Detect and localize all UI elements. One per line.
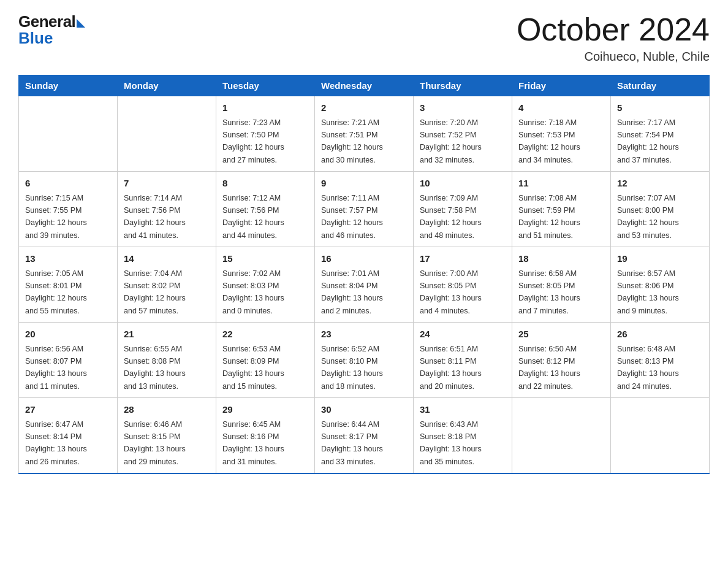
day-cell: 11Sunrise: 7:08 AM Sunset: 7:59 PM Dayli… — [512, 172, 611, 247]
day-info: Sunrise: 7:01 AM Sunset: 8:04 PM Dayligh… — [321, 269, 383, 315]
day-cell: 18Sunrise: 6:58 AM Sunset: 8:05 PM Dayli… — [512, 247, 611, 323]
day-number: 22 — [222, 327, 308, 342]
calendar-header: SundayMondayTuesdayWednesdayThursdayFrid… — [19, 75, 710, 96]
header-cell-wednesday: Wednesday — [315, 75, 414, 96]
day-info: Sunrise: 7:11 AM Sunset: 7:57 PM Dayligh… — [321, 194, 383, 240]
month-title: October 2024 — [517, 12, 710, 47]
logo: General Blue — [18, 12, 85, 48]
day-info: Sunrise: 6:45 AM Sunset: 8:16 PM Dayligh… — [222, 420, 284, 466]
day-cell: 8Sunrise: 7:12 AM Sunset: 7:56 PM Daylig… — [216, 172, 315, 247]
day-number: 7 — [124, 177, 210, 191]
title-block: October 2024 Coihueco, Nuble, Chile — [517, 12, 710, 64]
header-cell-tuesday: Tuesday — [216, 75, 315, 96]
day-info: Sunrise: 6:58 AM Sunset: 8:05 PM Dayligh… — [518, 269, 580, 315]
day-cell: 5Sunrise: 7:17 AM Sunset: 7:54 PM Daylig… — [611, 96, 710, 172]
day-info: Sunrise: 7:14 AM Sunset: 7:56 PM Dayligh… — [124, 194, 186, 240]
day-number: 1 — [222, 101, 308, 115]
day-info: Sunrise: 7:23 AM Sunset: 7:50 PM Dayligh… — [222, 118, 284, 164]
day-number: 17 — [420, 252, 506, 266]
day-info: Sunrise: 7:05 AM Sunset: 8:01 PM Dayligh… — [25, 269, 87, 315]
day-cell: 30Sunrise: 6:44 AM Sunset: 8:17 PM Dayli… — [315, 398, 414, 474]
day-info: Sunrise: 7:04 AM Sunset: 8:02 PM Dayligh… — [124, 269, 186, 315]
day-number: 4 — [518, 101, 604, 115]
day-cell: 31Sunrise: 6:43 AM Sunset: 8:18 PM Dayli… — [414, 398, 512, 474]
day-number: 19 — [617, 252, 703, 266]
day-cell: 13Sunrise: 7:05 AM Sunset: 8:01 PM Dayli… — [19, 247, 118, 323]
day-info: Sunrise: 7:17 AM Sunset: 7:54 PM Dayligh… — [617, 118, 679, 164]
day-number: 25 — [518, 327, 604, 342]
header-cell-thursday: Thursday — [414, 75, 512, 96]
day-number: 31 — [420, 403, 506, 417]
header-row: SundayMondayTuesdayWednesdayThursdayFrid… — [19, 75, 710, 96]
day-number: 16 — [321, 252, 407, 266]
day-cell: 1Sunrise: 7:23 AM Sunset: 7:50 PM Daylig… — [216, 96, 315, 172]
day-cell: 19Sunrise: 6:57 AM Sunset: 8:06 PM Dayli… — [611, 247, 710, 323]
day-cell: 2Sunrise: 7:21 AM Sunset: 7:51 PM Daylig… — [315, 96, 414, 172]
day-info: Sunrise: 6:52 AM Sunset: 8:10 PM Dayligh… — [321, 345, 383, 391]
day-number: 5 — [617, 101, 703, 115]
day-info: Sunrise: 7:12 AM Sunset: 7:56 PM Dayligh… — [222, 194, 284, 240]
day-cell: 22Sunrise: 6:53 AM Sunset: 8:09 PM Dayli… — [216, 323, 315, 398]
day-cell: 12Sunrise: 7:07 AM Sunset: 8:00 PM Dayli… — [611, 172, 710, 247]
day-number: 8 — [222, 177, 308, 191]
day-cell: 27Sunrise: 6:47 AM Sunset: 8:14 PM Dayli… — [19, 398, 118, 474]
day-cell: 21Sunrise: 6:55 AM Sunset: 8:08 PM Dayli… — [118, 323, 216, 398]
day-number: 6 — [25, 177, 111, 191]
day-info: Sunrise: 6:47 AM Sunset: 8:14 PM Dayligh… — [25, 420, 87, 466]
day-info: Sunrise: 6:48 AM Sunset: 8:13 PM Dayligh… — [617, 345, 679, 391]
day-info: Sunrise: 7:21 AM Sunset: 7:51 PM Dayligh… — [321, 118, 383, 164]
day-cell: 3Sunrise: 7:20 AM Sunset: 7:52 PM Daylig… — [414, 96, 512, 172]
day-cell — [611, 398, 710, 474]
day-cell — [512, 398, 611, 474]
day-cell: 23Sunrise: 6:52 AM Sunset: 8:10 PM Dayli… — [315, 323, 414, 398]
day-info: Sunrise: 6:53 AM Sunset: 8:09 PM Dayligh… — [222, 345, 284, 391]
day-cell: 17Sunrise: 7:00 AM Sunset: 8:05 PM Dayli… — [414, 247, 512, 323]
day-number: 30 — [321, 403, 407, 417]
day-info: Sunrise: 7:20 AM Sunset: 7:52 PM Dayligh… — [420, 118, 482, 164]
day-cell — [118, 96, 216, 172]
header-cell-friday: Friday — [512, 75, 611, 96]
day-info: Sunrise: 7:18 AM Sunset: 7:53 PM Dayligh… — [518, 118, 580, 164]
day-cell: 26Sunrise: 6:48 AM Sunset: 8:13 PM Dayli… — [611, 323, 710, 398]
week-row-5: 27Sunrise: 6:47 AM Sunset: 8:14 PM Dayli… — [19, 398, 710, 474]
day-cell: 14Sunrise: 7:04 AM Sunset: 8:02 PM Dayli… — [118, 247, 216, 323]
day-info: Sunrise: 6:57 AM Sunset: 8:06 PM Dayligh… — [617, 269, 679, 315]
day-number: 24 — [420, 327, 506, 342]
day-cell — [19, 96, 118, 172]
day-number: 29 — [222, 403, 308, 417]
day-info: Sunrise: 6:55 AM Sunset: 8:08 PM Dayligh… — [124, 345, 186, 391]
day-cell: 9Sunrise: 7:11 AM Sunset: 7:57 PM Daylig… — [315, 172, 414, 247]
day-info: Sunrise: 6:43 AM Sunset: 8:18 PM Dayligh… — [420, 420, 482, 466]
day-info: Sunrise: 6:51 AM Sunset: 8:11 PM Dayligh… — [420, 345, 482, 391]
day-cell: 24Sunrise: 6:51 AM Sunset: 8:11 PM Dayli… — [414, 323, 512, 398]
week-row-3: 13Sunrise: 7:05 AM Sunset: 8:01 PM Dayli… — [19, 247, 710, 323]
day-info: Sunrise: 7:09 AM Sunset: 7:58 PM Dayligh… — [420, 194, 482, 240]
logo-triangle-icon — [77, 19, 85, 28]
day-info: Sunrise: 7:07 AM Sunset: 8:00 PM Dayligh… — [617, 194, 679, 240]
day-cell: 29Sunrise: 6:45 AM Sunset: 8:16 PM Dayli… — [216, 398, 315, 474]
day-info: Sunrise: 6:44 AM Sunset: 8:17 PM Dayligh… — [321, 420, 383, 466]
location-subtitle: Coihueco, Nuble, Chile — [517, 50, 710, 64]
day-number: 3 — [420, 101, 506, 115]
day-cell: 28Sunrise: 6:46 AM Sunset: 8:15 PM Dayli… — [118, 398, 216, 474]
header-cell-sunday: Sunday — [19, 75, 118, 96]
day-cell: 20Sunrise: 6:56 AM Sunset: 8:07 PM Dayli… — [19, 323, 118, 398]
day-number: 21 — [124, 327, 210, 342]
day-cell: 4Sunrise: 7:18 AM Sunset: 7:53 PM Daylig… — [512, 96, 611, 172]
day-cell: 16Sunrise: 7:01 AM Sunset: 8:04 PM Dayli… — [315, 247, 414, 323]
day-cell: 25Sunrise: 6:50 AM Sunset: 8:12 PM Dayli… — [512, 323, 611, 398]
week-row-4: 20Sunrise: 6:56 AM Sunset: 8:07 PM Dayli… — [19, 323, 710, 398]
day-number: 14 — [124, 252, 210, 266]
day-info: Sunrise: 7:00 AM Sunset: 8:05 PM Dayligh… — [420, 269, 482, 315]
day-number: 9 — [321, 177, 407, 191]
day-number: 20 — [25, 327, 111, 342]
day-cell: 6Sunrise: 7:15 AM Sunset: 7:55 PM Daylig… — [19, 172, 118, 247]
day-number: 10 — [420, 177, 506, 191]
day-number: 11 — [518, 177, 604, 191]
day-info: Sunrise: 7:08 AM Sunset: 7:59 PM Dayligh… — [518, 194, 580, 240]
day-info: Sunrise: 7:15 AM Sunset: 7:55 PM Dayligh… — [25, 194, 87, 240]
day-number: 12 — [617, 177, 703, 191]
header-cell-monday: Monday — [118, 75, 216, 96]
day-info: Sunrise: 6:50 AM Sunset: 8:12 PM Dayligh… — [518, 345, 580, 391]
day-number: 18 — [518, 252, 604, 266]
